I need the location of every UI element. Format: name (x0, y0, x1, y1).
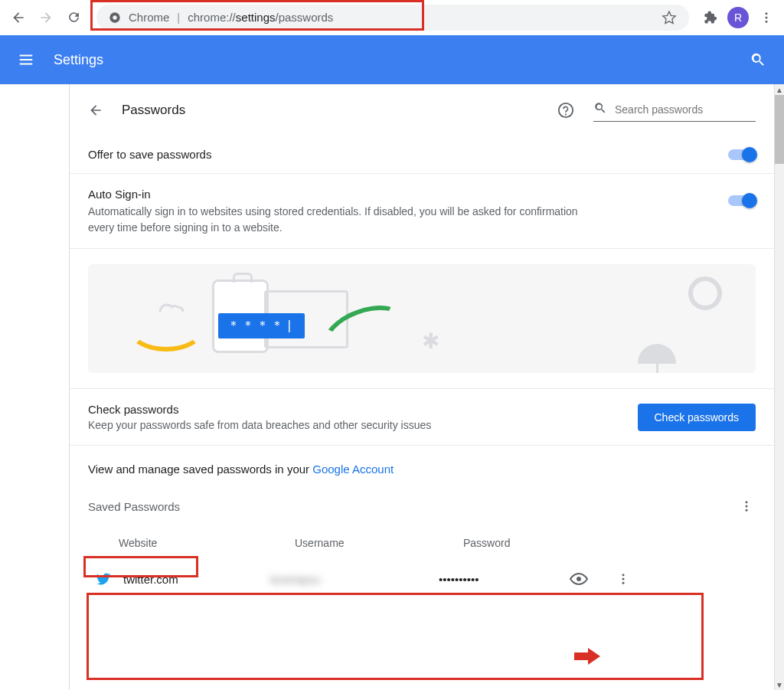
omnibox-url: chrome://settings/passwords (188, 11, 333, 24)
saved-passwords-title: Saved Passwords (88, 500, 180, 513)
chrome-page-icon (109, 11, 121, 24)
settings-card: Passwords Offer to save passwords Auto S… (69, 84, 775, 690)
svg-point-12 (622, 582, 625, 584)
passwords-table: Website Username Password twitter.com lo… (70, 525, 774, 612)
omnibox-origin: Chrome (129, 11, 169, 24)
password-search-box[interactable] (593, 98, 756, 122)
profile-avatar[interactable]: R (727, 7, 749, 28)
password-mask: •••••••••• (439, 573, 569, 586)
auto-signin-row: Auto Sign-in Automatically sign in to we… (70, 174, 774, 249)
auto-signin-label: Auto Sign-in (88, 188, 593, 201)
check-title: Check passwords (88, 403, 431, 416)
search-icon (593, 101, 607, 118)
svg-point-8 (746, 509, 748, 512)
check-passwords-button[interactable]: Check passwords (638, 404, 756, 431)
row-more-icon[interactable] (613, 569, 633, 589)
offer-to-save-row: Offer to save passwords (70, 136, 774, 174)
svg-point-11 (622, 578, 625, 580)
twitter-icon (94, 570, 113, 588)
chrome-menu-icon[interactable] (753, 5, 779, 31)
username-cell: loremipsu (270, 573, 439, 586)
check-passwords-row: Check passwords Keep your passwords safe… (70, 389, 774, 446)
reload-button[interactable] (60, 4, 87, 31)
back-arrow-icon[interactable] (88, 103, 103, 118)
show-password-icon[interactable] (569, 569, 589, 589)
svg-point-5 (559, 103, 573, 116)
star-icon[interactable] (662, 10, 677, 25)
saved-passwords-header: Saved Passwords (70, 488, 774, 525)
extensions-icon[interactable] (697, 5, 723, 31)
col-password: Password (463, 537, 593, 549)
help-icon[interactable] (557, 101, 575, 119)
scrollbar[interactable]: ▲ ▼ (775, 84, 784, 690)
svg-point-9 (577, 577, 581, 581)
svg-point-6 (746, 501, 748, 503)
svg-point-3 (766, 16, 768, 18)
svg-point-10 (622, 574, 625, 576)
col-username: Username (295, 537, 463, 549)
auto-signin-sub: Automatically sign in to websites using … (88, 204, 593, 236)
svg-point-2 (766, 12, 768, 15)
svg-point-1 (113, 15, 116, 19)
omnibox[interactable]: Chrome | chrome://settings/passwords (96, 5, 689, 31)
page-title: Passwords (122, 103, 185, 118)
hamburger-icon[interactable] (15, 49, 37, 70)
site-name: twitter.com (123, 573, 178, 586)
header-title: Settings (54, 52, 103, 68)
forward-button[interactable] (32, 4, 60, 31)
check-sub: Keep your passwords safe from data breac… (88, 419, 431, 431)
header-search-icon[interactable] (747, 49, 769, 70)
app-header: Settings (0, 35, 784, 84)
omnibox-separator: | (177, 11, 180, 24)
banner-graphic: ＊＊＊＊| ✱ (88, 264, 756, 373)
view-manage-row: View and manage saved passwords in your … (70, 446, 774, 488)
google-account-link[interactable]: Google Account (312, 463, 394, 476)
svg-point-7 (746, 505, 748, 508)
table-row[interactable]: twitter.com loremipsu •••••••••• (88, 561, 756, 597)
offer-to-save-toggle[interactable] (728, 149, 756, 160)
auto-signin-toggle[interactable] (728, 195, 756, 206)
browser-toolbar: Chrome | chrome://settings/passwords R (0, 0, 784, 35)
back-button[interactable] (5, 4, 32, 31)
col-website: Website (119, 537, 295, 549)
check-passwords-banner: ＊＊＊＊| ✱ (70, 249, 774, 389)
banner-password-chip: ＊＊＊＊| (218, 313, 305, 338)
page-header: Passwords (70, 84, 774, 136)
scrollbar-thumb[interactable] (775, 95, 784, 164)
table-header: Website Username Password (88, 531, 756, 561)
offer-to-save-label: Offer to save passwords (88, 148, 211, 161)
saved-more-icon[interactable] (737, 497, 756, 515)
password-search-input[interactable] (615, 103, 756, 116)
svg-point-4 (766, 20, 768, 22)
